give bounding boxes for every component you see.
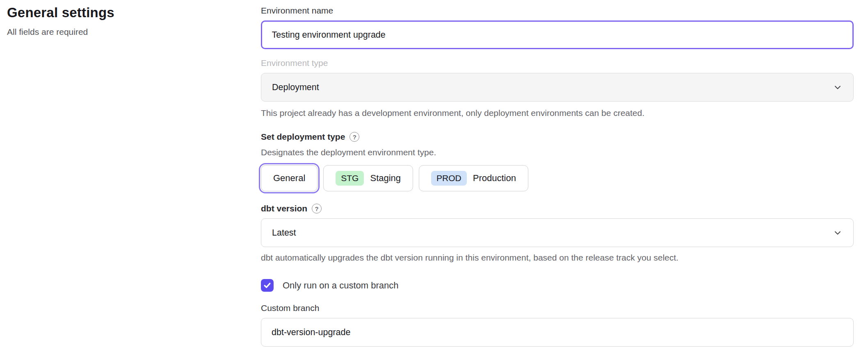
page-title: General settings bbox=[7, 5, 114, 20]
environment-type-label: Environment type bbox=[261, 57, 854, 69]
chevron-down-icon bbox=[833, 228, 843, 238]
environment-type-value: Deployment bbox=[272, 82, 319, 93]
deployment-type-option-label: General bbox=[273, 173, 305, 184]
environment-type-helper: This project already has a development e… bbox=[261, 107, 854, 119]
deployment-type-option-staging[interactable]: STG Staging bbox=[323, 165, 413, 191]
environment-settings-form: Environment name Environment type Deploy… bbox=[261, 5, 854, 347]
settings-header: General settings All fields are required bbox=[7, 5, 114, 37]
checkmark-icon bbox=[263, 281, 272, 290]
environment-name-label: Environment name bbox=[261, 5, 854, 16]
deployment-type-description: Designates the deployment environment ty… bbox=[261, 147, 854, 158]
deployment-type-label: Set deployment type bbox=[261, 131, 345, 143]
page-subtitle: All fields are required bbox=[7, 27, 114, 37]
deployment-type-option-label: Staging bbox=[370, 173, 401, 184]
custom-branch-checkbox-row: Only run on a custom branch bbox=[261, 279, 854, 292]
prod-badge: PROD bbox=[431, 171, 467, 186]
deployment-type-option-general[interactable]: General bbox=[261, 165, 318, 191]
dbt-version-label: dbt version bbox=[261, 203, 307, 214]
dbt-version-value: Latest bbox=[272, 228, 296, 238]
custom-branch-checkbox-label[interactable]: Only run on a custom branch bbox=[283, 280, 398, 291]
custom-branch-label: Custom branch bbox=[261, 302, 854, 314]
custom-branch-input[interactable] bbox=[261, 318, 854, 347]
environment-name-input[interactable] bbox=[261, 20, 854, 49]
deployment-type-options: General STG Staging PROD Production bbox=[261, 165, 854, 191]
help-icon[interactable]: ? bbox=[349, 132, 359, 142]
general-settings-page: General settings All fields are required… bbox=[0, 0, 868, 354]
deployment-type-option-production[interactable]: PROD Production bbox=[419, 165, 528, 191]
chevron-down-icon bbox=[833, 82, 843, 92]
help-icon[interactable]: ? bbox=[312, 204, 322, 213]
dbt-version-helper: dbt automatically upgrades the dbt versi… bbox=[261, 252, 854, 263]
stg-badge: STG bbox=[336, 171, 364, 186]
custom-branch-checkbox[interactable] bbox=[261, 279, 274, 292]
environment-type-select[interactable]: Deployment bbox=[261, 73, 854, 102]
dbt-version-select[interactable]: Latest bbox=[261, 218, 854, 247]
deployment-type-option-label: Production bbox=[473, 173, 516, 184]
